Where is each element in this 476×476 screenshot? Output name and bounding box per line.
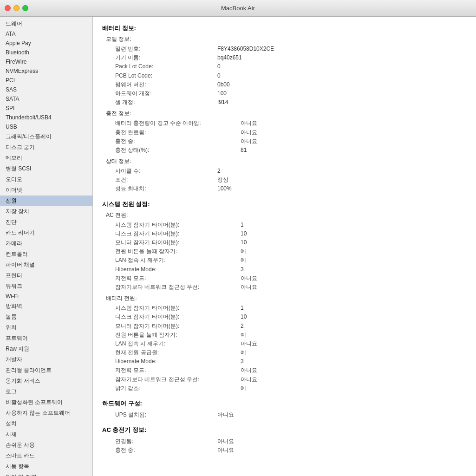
sidebar-item-로그[interactable]: 로그 (0, 386, 92, 397)
sidebar-item-그래픽/디스플레이[interactable]: 그래픽/디스플레이 (0, 131, 92, 142)
row-label: 모니터 잠자기 타이머(분): (115, 238, 241, 247)
sidebar-item-SPI[interactable]: SPI (0, 104, 92, 113)
table-row: 충전 완료됨:아니요 (115, 128, 467, 137)
sidebar-item-ATA[interactable]: ATA (0, 29, 92, 39)
sidebar-item-카메라[interactable]: 카메라 (0, 238, 92, 249)
model-info-subtitle: 모델 정보: (106, 35, 467, 43)
sidebar-item-오디오[interactable]: 오디오 (0, 174, 92, 185)
charging-info-subtitle: 충전 정보: (106, 110, 467, 117)
sidebar-item-Wi-Fi[interactable]: Wi-Fi (0, 292, 92, 301)
sidebar-item-동기화-서비스[interactable]: 동기화 서비스 (0, 376, 92, 386)
table-row: 사이클 수:2 (115, 167, 467, 176)
sidebar-item-카드-리더기[interactable]: 카드 리더기 (0, 228, 92, 238)
row-label: 현재 전원 공급원: (115, 348, 241, 357)
sidebar-item-FireWire[interactable]: FireWire (0, 57, 92, 66)
row-value: 아니요 (241, 283, 257, 292)
sidebar-item-저장-장치[interactable]: 저장 장치 (0, 206, 92, 217)
row-value: 예 (241, 348, 246, 357)
sidebar-item-서체[interactable]: 서체 (0, 429, 92, 440)
sidebar-item-손쉬운-사용[interactable]: 손쉬운 사용 (0, 440, 92, 450)
ac-power-subtitle: AC 전원: (106, 211, 467, 219)
table-row: 하드웨어 개정:100 (115, 89, 467, 98)
sidebar-item-시동-항목[interactable]: 시동 항목 (0, 461, 92, 472)
table-row: LAN 접속 시 깨우기:아니요 (115, 339, 467, 348)
row-value: 3 (241, 357, 244, 366)
ups-value: 아니요 (217, 411, 234, 419)
sidebar-item-프트웨어[interactable]: 프트웨어 (0, 333, 92, 344)
table-row: Hibernate Mode:3 (115, 357, 467, 366)
sidebar-item-사용하지-않는-소프트웨어[interactable]: 사용하지 않는 소프트웨어 (0, 408, 92, 418)
sidebar: 드웨어ATAApple PayBluetoothFireWireNVMExpre… (0, 17, 93, 476)
row-value: 예 (241, 256, 246, 265)
row-label: 충전 중: (115, 446, 217, 455)
row-label: 충전 중: (115, 137, 241, 146)
sidebar-item-파이버-채널[interactable]: 파이버 채널 (0, 260, 92, 270)
sidebar-item-NVMExpress[interactable]: NVMExpress (0, 66, 92, 76)
sidebar-item-언어-및-지역[interactable]: 언어 및 지역 (0, 472, 92, 476)
table-row: 저전력 모드:아니요 (115, 274, 467, 283)
sidebar-item-Raw-지원[interactable]: Raw 지원 (0, 344, 92, 354)
sidebar-item-드웨어[interactable]: 드웨어 (0, 19, 92, 29)
row-label: 밝기 감소: (115, 384, 241, 393)
row-label: LAN 접속 시 깨우기: (115, 339, 241, 348)
sidebar-item-메모리[interactable]: 메모리 (0, 153, 92, 163)
row-label: 디스크 잠자기 타이머(분): (115, 313, 241, 321)
row-label: 펌웨어 버전: (115, 80, 217, 89)
sidebar-item-설치[interactable]: 설치 (0, 418, 92, 429)
sidebar-item-튜워크[interactable]: 튜워크 (0, 281, 92, 292)
row-label: 잠자기보다 네트워크 접근성 우선: (115, 283, 241, 292)
sidebar-item-컨트롤러[interactable]: 컨트롤러 (0, 249, 92, 260)
sidebar-item-이더넷[interactable]: 이더넷 (0, 185, 92, 196)
row-label: 일련 번호: (115, 45, 217, 53)
sidebar-item-프린터[interactable]: 프린터 (0, 270, 92, 281)
status-info-subtitle: 상태 정보: (106, 157, 467, 165)
maximize-button[interactable] (22, 5, 28, 11)
sidebar-item-비활성화된-소프트웨어[interactable]: 비활성화된 소프트웨어 (0, 397, 92, 408)
sidebar-item-개발자[interactable]: 개발자 (0, 354, 92, 365)
sidebar-item-볼륨[interactable]: 볼륨 (0, 312, 92, 322)
table-row: 전원 버튼을 눌때 잠자기:예 (115, 247, 467, 256)
sidebar-item-위치[interactable]: 위치 (0, 322, 92, 333)
row-label: 충전 상태(%): (115, 146, 241, 155)
status-info-table: 사이클 수:2조건:정상성능 최대치:100% (115, 167, 467, 194)
sidebar-item-스마트-카드[interactable]: 스마트 카드 (0, 450, 92, 461)
table-row: 일련 번호:F8Y4386058D10X2CE (115, 45, 467, 53)
row-label: PCB Lot Code: (115, 72, 217, 80)
sidebar-item-Thunderbolt/USB4[interactable]: Thunderbolt/USB4 (0, 113, 92, 122)
sidebar-item-디스크-굽기[interactable]: 디스크 굽기 (0, 142, 92, 153)
sidebar-item-방화벽[interactable]: 방화벽 (0, 301, 92, 312)
sidebar-item-SAS[interactable]: SAS (0, 85, 92, 94)
row-label: 조건: (115, 176, 217, 184)
row-value: 아니요 (241, 119, 257, 128)
sidebar-item-USB[interactable]: USB (0, 122, 92, 131)
row-value: 1 (241, 221, 244, 229)
sidebar-item-전원[interactable]: 전원 (0, 196, 92, 206)
row-value: 10 (241, 313, 247, 321)
sidebar-item-SATA[interactable]: SATA (0, 94, 92, 104)
content-area: 배터리 정보: 모델 정보: 일련 번호:F8Y4386058D10X2CE기기… (93, 17, 476, 476)
table-row: 디스크 잠자기 타이머(분):10 (115, 313, 467, 321)
table-row: 현재 전원 공급원:예 (115, 348, 467, 357)
sidebar-item-Bluetooth[interactable]: Bluetooth (0, 48, 92, 57)
power-settings-title: 시스템 전원 설정: (102, 200, 467, 209)
title-bar: MacBook Air (0, 0, 476, 17)
row-label: 모니터 잠자기 타이머(분): (115, 322, 241, 331)
sidebar-item-진단[interactable]: 진단 (0, 217, 92, 228)
close-button[interactable] (5, 5, 11, 11)
battery-power-block: 배터리 전원: 시스템 잠자기 타이머(분):1디스크 잠자기 타이머(분):1… (106, 294, 467, 393)
minimize-button[interactable] (13, 5, 20, 11)
table-row: 잠자기보다 네트워크 접근성 우선:아니요 (115, 283, 467, 292)
row-value: 예 (241, 331, 246, 339)
sidebar-item-관리형-클라이언트[interactable]: 관리형 클라이언트 (0, 365, 92, 376)
table-row: 디스크 잠자기 타이머(분):10 (115, 229, 467, 238)
row-label: 저전력 모드: (115, 274, 241, 283)
row-label: 디스크 잠자기 타이머(분): (115, 229, 241, 238)
row-value: 100 (217, 89, 227, 98)
sidebar-item-PCI[interactable]: PCI (0, 76, 92, 85)
row-label: 전원 버튼을 눌때 잠자기: (115, 331, 241, 339)
ac-power-table: 시스템 잠자기 타이머(분):1디스크 잠자기 타이머(분):10모니터 잠자기… (115, 221, 467, 292)
row-value: f914 (217, 98, 228, 107)
sidebar-item-Apple-Pay[interactable]: Apple Pay (0, 39, 92, 48)
row-value: 0 (217, 72, 221, 80)
sidebar-item-병렬-SCSI[interactable]: 병렬 SCSI (0, 163, 92, 174)
